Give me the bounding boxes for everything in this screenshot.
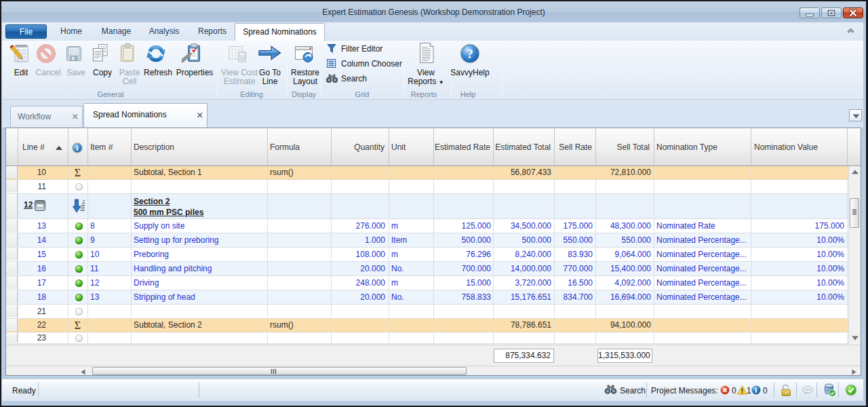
svg-text:i: i	[76, 144, 78, 152]
svg-text:?: ?	[467, 47, 473, 61]
